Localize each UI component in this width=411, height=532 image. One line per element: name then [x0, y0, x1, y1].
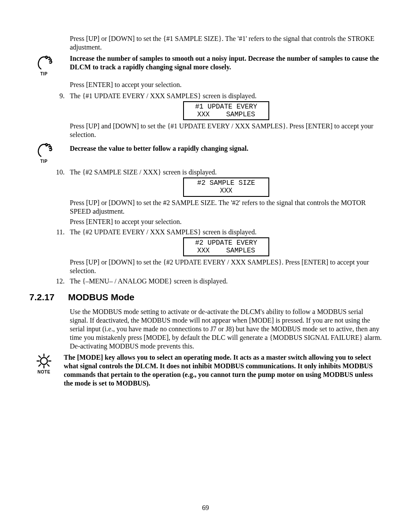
svg-line-8: [39, 364, 40, 366]
step-9-text-b: Press [UP] and [DOWN] to set the {#1 UPD…: [70, 122, 383, 139]
section-heading: 7.2.17 MODBUS Mode: [29, 292, 383, 303]
step-10-text-b: Press [UP] or [DOWN] to set the #2 SAMPL…: [70, 199, 383, 216]
step-9-text-a: The {#1 UPDATE EVERY / XXX SAMPLES} scre…: [70, 92, 383, 100]
svg-line-5: [39, 356, 40, 358]
lcd-display-2: #2 SAMPLE SIZE XXX: [183, 177, 269, 197]
tip-icon: TIP: [33, 54, 55, 77]
step-10-text-a: The {#2 SAMPLE SIZE / XXX} screen is dis…: [70, 168, 383, 177]
step-9: 9. The {#1 UPDATE EVERY / XXX SAMPLES} s…: [29, 92, 383, 140]
step-9-number: 9.: [50, 92, 65, 140]
note-icon: NOTE: [33, 353, 55, 375]
tip-text-1: Increase the number of samples to smooth…: [70, 54, 383, 72]
section-paragraph: Use the MODBUS mode setting to activate …: [70, 308, 383, 351]
tip-icon: TIP: [33, 142, 55, 165]
step-10-text-c: Press [ENTER] to accept your selection.: [70, 218, 383, 226]
press-enter-1: Press [ENTER] to accept your selection.: [70, 81, 383, 89]
section-number: 7.2.17: [29, 292, 68, 303]
step-12-text-a: The {–MENU– / ANALOG MODE} screen is dis…: [70, 277, 383, 286]
step-10: 10. The {#2 SAMPLE SIZE / XXX} screen is…: [29, 168, 383, 226]
svg-line-6: [47, 364, 49, 366]
step-12: 12. The {–MENU– / ANALOG MODE} screen is…: [29, 277, 383, 286]
step-11-text-a: The {#2 UPDATE EVERY / XXX SAMPLES} scre…: [70, 228, 383, 236]
step-11: 11. The {#2 UPDATE EVERY / XXX SAMPLES} …: [29, 228, 383, 276]
step-12-number: 12.: [50, 277, 65, 286]
lcd-display-3: #2 UPDATE EVERY XXX SAMPLES: [183, 237, 269, 257]
lcd-display-1: #1 UPDATE EVERY XXX SAMPLES: [183, 101, 269, 121]
tip-callout-1: TIP Increase the number of samples to sm…: [29, 54, 383, 77]
section-title: MODBUS Mode: [68, 292, 134, 303]
note-callout: NOTE The [MODE] key allows you to select…: [29, 353, 383, 388]
intro-paragraph: Press [UP] or [DOWN] to set the {#1 SAMP…: [70, 34, 383, 52]
tip-label: TIP: [33, 159, 55, 165]
page-number: 69: [0, 504, 411, 512]
tip-label: TIP: [33, 72, 55, 77]
tip-text-2: Decrease the value to better follow a ra…: [70, 142, 383, 153]
tip-callout-2: TIP Decrease the value to better follow …: [29, 142, 383, 165]
step-11-number: 11.: [50, 228, 65, 276]
step-10-number: 10.: [50, 168, 65, 226]
svg-point-0: [40, 358, 47, 364]
step-11-text-b: Press [UP] or [DOWN] to set the {#2 UPDA…: [70, 258, 383, 275]
note-label: NOTE: [33, 370, 55, 375]
note-text: The [MODE] key allows you to select an o…: [64, 353, 383, 388]
svg-line-7: [47, 356, 49, 358]
